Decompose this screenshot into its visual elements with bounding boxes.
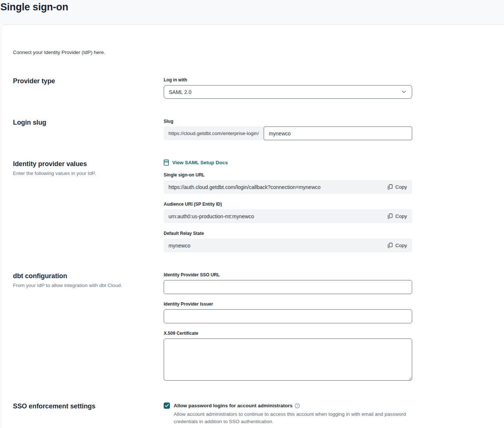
section-provider-type: Provider type Log in with SAML 2.0 — [13, 77, 504, 99]
login-with-select[interactable]: SAML 2.0 — [164, 85, 412, 99]
copy-button-label: Copy — [395, 243, 407, 248]
check-icon — [165, 404, 169, 407]
copy-button-label: Copy — [395, 184, 407, 190]
provider-type-heading: Provider type — [13, 77, 164, 85]
copy-icon — [388, 243, 393, 248]
page-title: Single sign-on — [0, 1, 68, 13]
section-login-slug: Login slug Slug https://cloud.getdbt.com… — [13, 118, 504, 140]
allow-password-checkbox[interactable] — [164, 402, 170, 409]
svg-text:?: ? — [297, 404, 298, 408]
certificate-textarea[interactable] — [164, 338, 412, 381]
allow-password-logins-row: Allow password logins for account admini… — [164, 402, 412, 425]
sso-url-label: Single sign-on URL — [164, 172, 412, 178]
settings-card: Connect your Identity Provider (IdP) her… — [1, 24, 504, 428]
allow-password-description: Allow account administrators to continue… — [174, 411, 406, 425]
view-saml-docs-link[interactable]: View SAML Setup Docs — [164, 159, 228, 166]
section-dbt-configuration: dbt configuration From your IdP to allow… — [13, 272, 504, 382]
idp-issuer-label: Identity Provider Issuer — [164, 301, 412, 307]
login-with-selected-value: SAML 2.0 — [169, 89, 191, 95]
login-slug-heading: Login slug — [13, 118, 164, 127]
section-sso-enforcement: SSO enforcement settings Allow password … — [13, 402, 504, 425]
dbt-configuration-subheading: From your IdP to allow integration with … — [13, 282, 164, 289]
audience-uri-label: Audience URI (SP Entity ID) — [164, 201, 412, 207]
section-idp-values: Identity provider values Enter the follo… — [13, 159, 504, 252]
idp-sso-url-input[interactable] — [164, 280, 412, 294]
relay-state-label: Default Relay State — [164, 230, 412, 236]
idp-values-heading: Identity provider values — [13, 159, 164, 168]
relay-state-value-box: mynewco Copy — [164, 239, 412, 252]
sso-enforcement-heading: SSO enforcement settings — [13, 402, 164, 411]
dbt-configuration-heading: dbt configuration — [13, 272, 164, 280]
page-header: Single sign-on — [0, 0, 504, 24]
idp-values-subheading: Enter the following values in your IdP. — [13, 170, 164, 177]
login-with-label: Log in with — [164, 77, 412, 83]
view-saml-docs-label: View SAML Setup Docs — [172, 160, 228, 165]
sso-url-value: https://auth.cloud.getdbt.com/login/call… — [168, 184, 321, 190]
idp-issuer-input[interactable] — [164, 309, 412, 323]
book-icon — [164, 159, 169, 166]
copy-icon — [388, 184, 393, 190]
copy-icon — [388, 213, 393, 219]
intro-text: Connect your Identity Provider (IdP) her… — [13, 49, 504, 56]
help-circle-icon[interactable]: ? — [295, 403, 300, 408]
allow-password-checkbox-label: Allow password logins for account admini… — [174, 402, 293, 409]
copy-audience-uri-button[interactable]: Copy — [388, 213, 407, 219]
copy-button-label: Copy — [395, 213, 407, 219]
relay-state-value: mynewco — [168, 243, 190, 249]
slug-field-group: https://cloud.getdbt.com/enterprise-logi… — [164, 127, 412, 140]
slug-url-prefix: https://cloud.getdbt.com/enterprise-logi… — [164, 127, 264, 140]
audience-uri-value: urn:auth0:us-production-mt:mynewco — [168, 213, 254, 219]
certificate-label: X.509 Certificate — [164, 330, 412, 336]
chevron-down-icon — [402, 91, 406, 93]
audience-uri-value-box: urn:auth0:us-production-mt:mynewco Copy — [164, 209, 412, 223]
sso-url-value-box: https://auth.cloud.getdbt.com/login/call… — [164, 180, 412, 194]
slug-label: Slug — [164, 118, 412, 124]
idp-sso-url-label: Identity Provider SSO URL — [164, 272, 412, 278]
copy-relay-state-button[interactable]: Copy — [388, 243, 407, 248]
slug-input[interactable] — [264, 127, 412, 140]
copy-sso-url-button[interactable]: Copy — [388, 184, 407, 190]
